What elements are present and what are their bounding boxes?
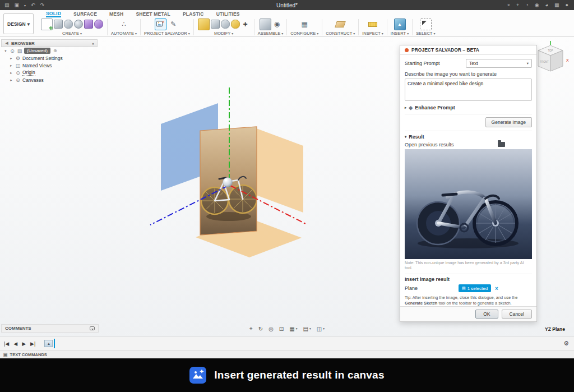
timeline-playhead[interactable] bbox=[54, 339, 55, 348]
prompt-textarea[interactable]: Create a minimal speed bike design bbox=[405, 79, 532, 101]
twisty-closed-icon[interactable]: ▸ bbox=[9, 63, 13, 68]
insert-result-banner: Insert generated result in canvas bbox=[0, 358, 574, 392]
automate-menu[interactable]: AUTOMATE ▾ bbox=[111, 31, 137, 36]
insert-canvas-icon[interactable]: ▲ bbox=[394, 19, 406, 30]
tab-surface[interactable]: SURFACE bbox=[73, 11, 97, 17]
select-menu[interactable]: SELECT ▾ bbox=[416, 31, 435, 36]
box-tool-icon[interactable] bbox=[54, 20, 63, 29]
enhance-prompt-toggle[interactable]: ▸ ◈ Enhance Prompt bbox=[405, 105, 532, 110]
close-icon[interactable]: × bbox=[507, 2, 510, 8]
profile-icon[interactable]: ● bbox=[566, 2, 568, 8]
inspect-menu[interactable]: INSPECT ▾ bbox=[362, 31, 383, 36]
viewports-dropdown[interactable]: ◫ ▾ bbox=[317, 326, 325, 332]
redo-icon[interactable]: ↷ bbox=[40, 2, 45, 8]
timeline-canvas-feature[interactable]: ▲ bbox=[44, 340, 53, 347]
app-menu-icon[interactable]: ▤ bbox=[4, 2, 10, 8]
twisty-closed-icon[interactable]: ▸ bbox=[9, 78, 13, 82]
document-name-chip[interactable]: (Unsaved) bbox=[24, 48, 50, 54]
tab-mesh[interactable]: MESH bbox=[109, 11, 123, 17]
select-tool-icon[interactable] bbox=[420, 19, 432, 30]
starting-prompt-select[interactable]: Text ▾ bbox=[466, 59, 532, 68]
divider bbox=[405, 114, 532, 114]
construction-plane-icon[interactable] bbox=[335, 21, 346, 27]
undo-icon[interactable]: ↶ bbox=[31, 2, 35, 8]
generate-image-button[interactable]: Generate Image bbox=[485, 117, 532, 127]
shell-icon[interactable] bbox=[221, 20, 230, 29]
result-section-toggle[interactable]: ▾ Result bbox=[405, 134, 532, 140]
pan-icon[interactable]: ⌖ bbox=[249, 325, 253, 332]
design-workspace-dropdown[interactable]: DESIGN ▾ bbox=[3, 13, 34, 34]
save-caret-icon[interactable]: ▾ bbox=[24, 3, 26, 7]
browser-handle-icon[interactable]: ● bbox=[92, 41, 94, 45]
enhance-icon: ◈ bbox=[409, 105, 413, 110]
go-to-end-icon[interactable]: ▶| bbox=[30, 341, 35, 347]
orbit-icon[interactable]: ↻ bbox=[258, 326, 263, 332]
new-component-icon[interactable] bbox=[260, 19, 271, 30]
step-back-icon[interactable]: ◀ bbox=[13, 341, 17, 347]
notifications-icon[interactable]: ◕ bbox=[545, 2, 548, 8]
go-to-start-icon[interactable]: |◀ bbox=[4, 341, 9, 347]
browser-item-document-settings[interactable]: ▸ ⚙ Document Settings bbox=[1, 54, 98, 62]
configuration-table-icon[interactable]: ▦ bbox=[299, 19, 311, 30]
eye-icon[interactable]: ⊙ bbox=[10, 48, 15, 54]
browser-header[interactable]: ◀ BROWSER ● bbox=[1, 39, 98, 47]
measure-icon[interactable] bbox=[368, 22, 377, 27]
create-menu[interactable]: CREATE ▾ bbox=[62, 31, 82, 36]
twisty-closed-icon[interactable]: ▸ bbox=[9, 56, 13, 61]
joint-icon[interactable]: ◉ bbox=[272, 20, 281, 29]
fillet-icon[interactable] bbox=[211, 20, 220, 29]
display-settings-dropdown[interactable]: ▦ ▾ bbox=[289, 326, 297, 332]
generate-image-tool-icon[interactable] bbox=[155, 19, 166, 30]
chevron-down-icon: ▾ bbox=[188, 31, 190, 35]
twisty-closed-icon[interactable]: ▸ bbox=[9, 71, 13, 75]
press-pull-icon[interactable] bbox=[198, 19, 210, 30]
tab-plastic[interactable]: PLASTIC bbox=[183, 11, 204, 17]
combine-icon[interactable] bbox=[231, 20, 240, 29]
generated-image[interactable] bbox=[405, 149, 532, 259]
browser-root-row[interactable]: ▾ ⊙ ▤ (Unsaved) ⊕ bbox=[1, 47, 98, 54]
browser-item-canvases[interactable]: ▸ ⊙ Canvases bbox=[1, 76, 98, 84]
comments-bar[interactable]: COMMENTS bbox=[1, 324, 99, 333]
browser-item-origin[interactable]: ▸ ⊙ Origin bbox=[1, 69, 98, 76]
generate-sketch-tool-icon[interactable]: ✎ bbox=[168, 19, 179, 30]
cancel-button[interactable]: Cancel bbox=[502, 310, 532, 319]
configure-menu[interactable]: CONFIGURE ▾ bbox=[290, 31, 318, 36]
project-salvador-menu[interactable]: PROJECT SALVADOR ▾ bbox=[144, 31, 190, 36]
add-icon[interactable]: ⊕ bbox=[53, 48, 57, 53]
insert-menu[interactable]: INSERT ▾ bbox=[391, 31, 409, 36]
clear-selection-icon[interactable]: × bbox=[495, 285, 498, 292]
ok-button[interactable]: OK bbox=[475, 310, 498, 319]
text-commands-bar[interactable]: ▣ TEXT COMMANDS bbox=[0, 350, 574, 358]
fit-icon[interactable]: ⊡ bbox=[279, 326, 284, 332]
assemble-menu[interactable]: ASSEMBLE ▾ bbox=[258, 31, 283, 36]
grid-settings-dropdown[interactable]: ▤ ▾ bbox=[303, 326, 311, 332]
enhance-label: Enhance Prompt bbox=[415, 105, 455, 110]
browser-item-named-views[interactable]: ▸ ◫ Named Views bbox=[1, 62, 98, 69]
tab-solid[interactable]: SOLID bbox=[46, 11, 61, 17]
history-icon[interactable]: ◔ bbox=[525, 2, 528, 8]
save-icon[interactable]: ▣ bbox=[15, 2, 20, 8]
modify-menu[interactable]: MODIFY ▾ bbox=[214, 31, 233, 36]
apps-icon[interactable]: ▦ bbox=[554, 2, 559, 8]
move-copy-icon[interactable]: + bbox=[241, 20, 250, 29]
folder-icon[interactable] bbox=[498, 142, 505, 147]
timeline-settings-icon[interactable]: ⚙ bbox=[563, 340, 574, 347]
sphere-tool-icon[interactable] bbox=[74, 20, 83, 29]
panel-header[interactable]: PROJECT SALVADOR – BETA bbox=[400, 45, 536, 55]
torus-tool-icon[interactable] bbox=[94, 20, 103, 29]
tab-sheet-metal[interactable]: SHEET METAL bbox=[136, 11, 170, 17]
create-sketch-icon[interactable] bbox=[41, 19, 53, 30]
cylinder-tool-icon[interactable] bbox=[64, 20, 73, 29]
new-tab-icon[interactable]: + bbox=[516, 2, 519, 8]
play-icon[interactable]: ▶ bbox=[22, 341, 26, 347]
zoom-icon[interactable]: ◎ bbox=[269, 326, 274, 332]
automate-tool-icon[interactable]: ∴ bbox=[118, 19, 130, 30]
form-tool-icon[interactable] bbox=[84, 20, 93, 29]
collaborate-icon[interactable]: ◉ bbox=[535, 2, 539, 8]
plane-selected-chip[interactable]: ▤ 1 selected bbox=[459, 284, 491, 292]
tab-utilities[interactable]: UTILITIES bbox=[216, 11, 240, 17]
eye-icon[interactable]: ⊙ bbox=[15, 77, 21, 83]
eye-icon[interactable]: ⊙ bbox=[15, 70, 21, 76]
twisty-open-icon[interactable]: ▾ bbox=[3, 49, 8, 53]
construct-menu[interactable]: CONSTRUCT ▾ bbox=[326, 31, 355, 36]
